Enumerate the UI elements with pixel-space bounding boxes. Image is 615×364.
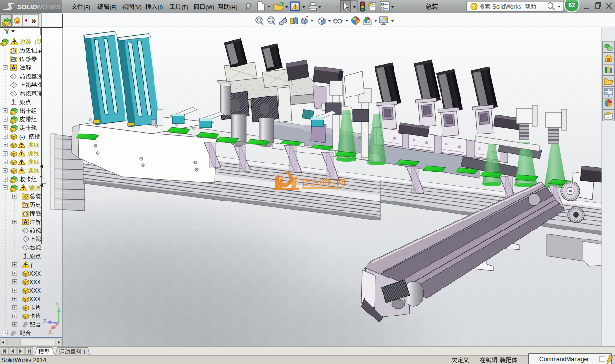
svg-text:62: 62: [568, 2, 575, 9]
svg-text:(V): (V): [135, 4, 142, 10]
svg-text:(F): (F): [84, 4, 91, 10]
svg-text:1: 1: [83, 349, 86, 355]
svg-text:(T): (T): [182, 4, 189, 10]
svg-text:WORKS: WORKS: [36, 3, 60, 10]
svg-text:XXX: XXX: [29, 296, 41, 303]
svg-text:CommandManager: CommandManager: [539, 356, 589, 363]
svg-text:XXX: XXX: [29, 279, 41, 286]
svg-text:(E): (E): [110, 4, 117, 10]
svg-text:(W): (W): [206, 4, 215, 10]
svg-text:(I): (I): [158, 4, 163, 10]
svg-text:(: (: [31, 262, 33, 268]
svg-text:SOLID: SOLID: [17, 3, 37, 10]
svg-text:SolidWorks 2014: SolidWorks 2014: [1, 357, 46, 364]
svg-text:(-): (-): [19, 134, 25, 140]
svg-text:SolidWorks: SolidWorks: [492, 3, 521, 10]
svg-text:XXX: XXX: [29, 287, 41, 294]
svg-text:XXX: XXX: [29, 270, 41, 277]
svg-text:(H): (H): [230, 4, 238, 10]
svg-text:?: ?: [472, 4, 475, 10]
svg-text:»: »: [31, 16, 36, 25]
